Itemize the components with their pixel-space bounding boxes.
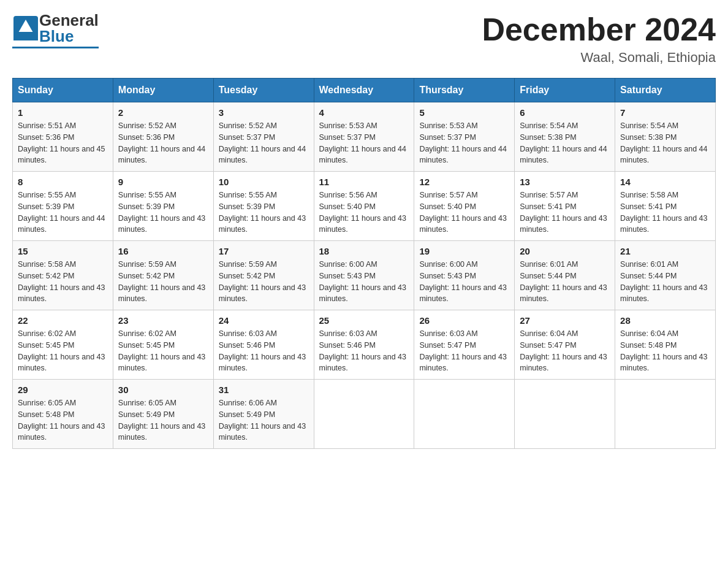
day-info: Sunrise: 5:55 AMSunset: 5:39 PMDaylight:…: [18, 191, 105, 234]
calendar-cell: 13 Sunrise: 5:57 AMSunset: 5:41 PMDaylig…: [515, 172, 615, 241]
calendar-cell: [615, 380, 716, 449]
day-info: Sunrise: 5:51 AMSunset: 5:36 PMDaylight:…: [18, 121, 105, 164]
calendar-week-row: 22 Sunrise: 6:02 AMSunset: 5:45 PMDaylig…: [13, 310, 716, 380]
day-info: Sunrise: 5:54 AMSunset: 5:38 PMDaylight:…: [520, 121, 607, 164]
day-info: Sunrise: 5:59 AMSunset: 5:42 PMDaylight:…: [118, 260, 205, 303]
calendar-cell: 16 Sunrise: 5:59 AMSunset: 5:42 PMDaylig…: [113, 241, 213, 310]
location-title: Waal, Somali, Ethiopia: [482, 50, 716, 66]
day-number: 15: [18, 246, 108, 256]
calendar-cell: 11 Sunrise: 5:56 AMSunset: 5:40 PMDaylig…: [314, 172, 414, 241]
calendar-cell: 21 Sunrise: 6:01 AMSunset: 5:44 PMDaylig…: [615, 241, 716, 310]
day-info: Sunrise: 5:52 AMSunset: 5:36 PMDaylight:…: [118, 121, 205, 164]
calendar-cell: 2 Sunrise: 5:52 AMSunset: 5:36 PMDayligh…: [113, 102, 213, 172]
day-number: 24: [219, 315, 309, 326]
day-number: 2: [118, 107, 208, 118]
col-monday: Monday: [113, 79, 213, 102]
day-number: 11: [319, 177, 409, 187]
calendar-cell: 25 Sunrise: 6:03 AMSunset: 5:46 PMDaylig…: [314, 310, 414, 380]
day-info: Sunrise: 6:06 AMSunset: 5:49 PMDaylight:…: [219, 399, 306, 442]
day-info: Sunrise: 6:03 AMSunset: 5:46 PMDaylight:…: [319, 329, 406, 372]
day-info: Sunrise: 6:01 AMSunset: 5:44 PMDaylight:…: [620, 260, 707, 303]
day-number: 31: [219, 385, 309, 395]
day-number: 4: [319, 107, 409, 118]
day-number: 9: [118, 177, 208, 187]
day-number: 10: [219, 177, 309, 187]
calendar-cell: 29 Sunrise: 6:05 AMSunset: 5:48 PMDaylig…: [13, 380, 113, 449]
day-number: 14: [620, 177, 710, 187]
calendar-cell: 14 Sunrise: 5:58 AMSunset: 5:41 PMDaylig…: [615, 172, 716, 241]
calendar-cell: 24 Sunrise: 6:03 AMSunset: 5:46 PMDaylig…: [213, 310, 314, 380]
calendar-cell: 1 Sunrise: 5:51 AMSunset: 5:36 PMDayligh…: [13, 102, 113, 172]
day-number: 7: [620, 107, 710, 118]
day-number: 12: [419, 177, 509, 187]
day-info: Sunrise: 5:53 AMSunset: 5:37 PMDaylight:…: [319, 121, 406, 164]
calendar-cell: 17 Sunrise: 5:59 AMSunset: 5:42 PMDaylig…: [213, 241, 314, 310]
day-number: 22: [18, 315, 108, 326]
logo-icon: [12, 15, 39, 42]
day-info: Sunrise: 5:54 AMSunset: 5:38 PMDaylight:…: [620, 121, 707, 164]
calendar-week-row: 8 Sunrise: 5:55 AMSunset: 5:39 PMDayligh…: [13, 172, 716, 241]
calendar-body: 1 Sunrise: 5:51 AMSunset: 5:36 PMDayligh…: [13, 102, 716, 449]
calendar-cell: 3 Sunrise: 5:52 AMSunset: 5:37 PMDayligh…: [213, 102, 314, 172]
day-info: Sunrise: 5:55 AMSunset: 5:39 PMDaylight:…: [118, 191, 205, 234]
day-number: 5: [419, 107, 509, 118]
calendar-cell: 15 Sunrise: 5:58 AMSunset: 5:42 PMDaylig…: [13, 241, 113, 310]
day-info: Sunrise: 5:55 AMSunset: 5:39 PMDaylight:…: [219, 191, 306, 234]
day-info: Sunrise: 5:57 AMSunset: 5:40 PMDaylight:…: [419, 191, 506, 234]
col-friday: Friday: [515, 79, 615, 102]
day-number: 28: [620, 315, 710, 326]
day-info: Sunrise: 5:52 AMSunset: 5:37 PMDaylight:…: [219, 121, 306, 164]
day-number: 27: [520, 315, 610, 326]
calendar-cell: 22 Sunrise: 6:02 AMSunset: 5:45 PMDaylig…: [13, 310, 113, 380]
col-wednesday: Wednesday: [314, 79, 414, 102]
col-tuesday: Tuesday: [213, 79, 314, 102]
day-info: Sunrise: 5:58 AMSunset: 5:42 PMDaylight:…: [18, 260, 105, 303]
day-number: 30: [118, 385, 208, 395]
day-info: Sunrise: 5:59 AMSunset: 5:42 PMDaylight:…: [219, 260, 306, 303]
calendar-cell: 10 Sunrise: 5:55 AMSunset: 5:39 PMDaylig…: [213, 172, 314, 241]
calendar-cell: 12 Sunrise: 5:57 AMSunset: 5:40 PMDaylig…: [414, 172, 515, 241]
calendar-cell: 9 Sunrise: 5:55 AMSunset: 5:39 PMDayligh…: [113, 172, 213, 241]
day-info: Sunrise: 6:03 AMSunset: 5:47 PMDaylight:…: [419, 329, 506, 372]
svg-rect-2: [13, 32, 38, 40]
day-info: Sunrise: 6:00 AMSunset: 5:43 PMDaylight:…: [319, 260, 406, 303]
day-number: 18: [319, 246, 409, 256]
calendar-cell: 23 Sunrise: 6:02 AMSunset: 5:45 PMDaylig…: [113, 310, 213, 380]
calendar-cell: 31 Sunrise: 6:06 AMSunset: 5:49 PMDaylig…: [213, 380, 314, 449]
day-info: Sunrise: 6:01 AMSunset: 5:44 PMDaylight:…: [520, 260, 607, 303]
day-number: 25: [319, 315, 409, 326]
calendar-week-row: 1 Sunrise: 5:51 AMSunset: 5:36 PMDayligh…: [13, 102, 716, 172]
day-number: 20: [520, 246, 610, 256]
day-info: Sunrise: 6:04 AMSunset: 5:47 PMDaylight:…: [520, 329, 607, 372]
calendar-header: Sunday Monday Tuesday Wednesday Thursday…: [13, 79, 716, 102]
day-info: Sunrise: 5:56 AMSunset: 5:40 PMDaylight:…: [319, 191, 406, 234]
day-number: 6: [520, 107, 610, 118]
day-info: Sunrise: 5:53 AMSunset: 5:37 PMDaylight:…: [419, 121, 506, 164]
calendar-cell: 4 Sunrise: 5:53 AMSunset: 5:37 PMDayligh…: [314, 102, 414, 172]
calendar-cell: 8 Sunrise: 5:55 AMSunset: 5:39 PMDayligh…: [13, 172, 113, 241]
calendar-cell: 7 Sunrise: 5:54 AMSunset: 5:38 PMDayligh…: [615, 102, 716, 172]
day-number: 26: [419, 315, 509, 326]
day-number: 23: [118, 315, 208, 326]
calendar-cell: [314, 380, 414, 449]
day-number: 17: [219, 246, 309, 256]
calendar-cell: 19 Sunrise: 6:00 AMSunset: 5:43 PMDaylig…: [414, 241, 515, 310]
day-info: Sunrise: 5:57 AMSunset: 5:41 PMDaylight:…: [520, 191, 607, 234]
day-number: 21: [620, 246, 710, 256]
day-number: 16: [118, 246, 208, 256]
calendar-cell: [515, 380, 615, 449]
header-row: Sunday Monday Tuesday Wednesday Thursday…: [13, 79, 716, 102]
day-number: 1: [18, 107, 108, 118]
day-info: Sunrise: 6:02 AMSunset: 5:45 PMDaylight:…: [18, 329, 105, 372]
calendar-week-row: 29 Sunrise: 6:05 AMSunset: 5:48 PMDaylig…: [13, 380, 716, 449]
day-info: Sunrise: 6:02 AMSunset: 5:45 PMDaylight:…: [118, 329, 205, 372]
calendar-week-row: 15 Sunrise: 5:58 AMSunset: 5:42 PMDaylig…: [13, 241, 716, 310]
day-number: 29: [18, 385, 108, 395]
logo: General Blue: [12, 12, 99, 48]
day-info: Sunrise: 6:00 AMSunset: 5:43 PMDaylight:…: [419, 260, 506, 303]
col-thursday: Thursday: [414, 79, 515, 102]
calendar-cell: 30 Sunrise: 6:05 AMSunset: 5:49 PMDaylig…: [113, 380, 213, 449]
logo-general-text: General: [39, 12, 99, 28]
calendar-cell: 20 Sunrise: 6:01 AMSunset: 5:44 PMDaylig…: [515, 241, 615, 310]
day-info: Sunrise: 5:58 AMSunset: 5:41 PMDaylight:…: [620, 191, 707, 234]
